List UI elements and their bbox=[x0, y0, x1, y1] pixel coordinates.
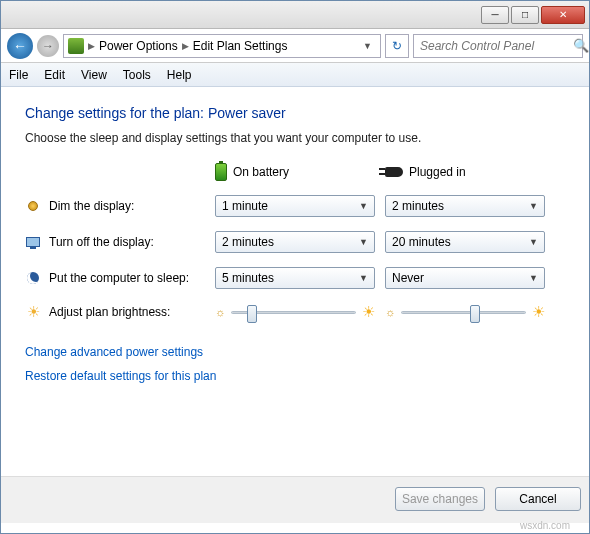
restore-defaults-link[interactable]: Restore default settings for this plan bbox=[25, 369, 565, 383]
plug-icon bbox=[385, 167, 403, 177]
chevron-down-icon: ▼ bbox=[529, 273, 538, 283]
column-label: On battery bbox=[233, 165, 289, 179]
sleep-battery-select[interactable]: 5 minutes ▼ bbox=[215, 267, 375, 289]
brightness-battery-slider[interactable]: ☼ ☀ bbox=[215, 303, 375, 321]
page-title: Change settings for the plan: Power save… bbox=[25, 105, 565, 121]
brightness-plugged-slider[interactable]: ☼ ☀ bbox=[385, 303, 545, 321]
title-bar: ─ □ ✕ bbox=[1, 1, 589, 29]
menu-bar: File Edit View Tools Help bbox=[1, 63, 589, 87]
setting-label: Dim the display: bbox=[49, 199, 134, 213]
slider-track[interactable] bbox=[231, 311, 356, 314]
footer: Save changes Cancel bbox=[1, 476, 589, 523]
select-value: 5 minutes bbox=[222, 271, 274, 285]
dim-battery-select[interactable]: 1 minute ▼ bbox=[215, 195, 375, 217]
page-subtitle: Choose the sleep and display settings th… bbox=[25, 131, 565, 145]
monitor-icon bbox=[26, 237, 40, 247]
setting-label: Turn off the display: bbox=[49, 235, 154, 249]
maximize-button[interactable]: □ bbox=[511, 6, 539, 24]
chevron-down-icon: ▼ bbox=[529, 237, 538, 247]
row-label-dim: Dim the display: bbox=[25, 198, 205, 214]
sleep-plugged-select[interactable]: Never ▼ bbox=[385, 267, 545, 289]
slider-thumb[interactable] bbox=[247, 305, 257, 323]
menu-view[interactable]: View bbox=[81, 68, 107, 82]
sun-high-icon: ☀ bbox=[362, 303, 375, 321]
control-panel-icon bbox=[68, 38, 84, 54]
refresh-button[interactable]: ↻ bbox=[385, 34, 409, 58]
chevron-down-icon: ▼ bbox=[529, 201, 538, 211]
slider-track[interactable] bbox=[401, 311, 526, 314]
breadcrumb-item[interactable]: Edit Plan Settings bbox=[193, 39, 288, 53]
menu-file[interactable]: File bbox=[9, 68, 28, 82]
breadcrumb-item[interactable]: Power Options bbox=[99, 39, 178, 53]
menu-tools[interactable]: Tools bbox=[123, 68, 151, 82]
dim-plugged-select[interactable]: 2 minutes ▼ bbox=[385, 195, 545, 217]
sun-icon: ☀ bbox=[25, 304, 41, 320]
search-input[interactable] bbox=[418, 38, 573, 54]
advanced-settings-link[interactable]: Change advanced power settings bbox=[25, 345, 565, 359]
setting-label: Adjust plan brightness: bbox=[49, 305, 170, 319]
back-button[interactable]: ← bbox=[7, 33, 33, 59]
minimize-button[interactable]: ─ bbox=[481, 6, 509, 24]
bullet-icon bbox=[28, 201, 38, 211]
chevron-down-icon[interactable]: ▼ bbox=[359, 41, 376, 51]
turnoff-battery-select[interactable]: 2 minutes ▼ bbox=[215, 231, 375, 253]
row-label-turnoff: Turn off the display: bbox=[25, 234, 205, 250]
column-header-plugged: Plugged in bbox=[385, 165, 545, 179]
chevron-down-icon: ▼ bbox=[359, 201, 368, 211]
search-box[interactable]: 🔍 bbox=[413, 34, 583, 58]
select-value: 2 minutes bbox=[392, 199, 444, 213]
moon-icon bbox=[27, 272, 39, 284]
forward-button[interactable]: → bbox=[37, 35, 59, 57]
sun-low-icon: ☼ bbox=[215, 306, 225, 318]
menu-help[interactable]: Help bbox=[167, 68, 192, 82]
select-value: 2 minutes bbox=[222, 235, 274, 249]
nav-bar: ← → ▶ Power Options ▶ Edit Plan Settings… bbox=[1, 29, 589, 63]
save-button[interactable]: Save changes bbox=[395, 487, 485, 511]
content-area: Change settings for the plan: Power save… bbox=[1, 87, 589, 533]
sun-high-icon: ☀ bbox=[532, 303, 545, 321]
window: ─ □ ✕ ← → ▶ Power Options ▶ Edit Plan Se… bbox=[0, 0, 590, 534]
battery-icon bbox=[215, 163, 227, 181]
chevron-down-icon: ▼ bbox=[359, 273, 368, 283]
cancel-button[interactable]: Cancel bbox=[495, 487, 581, 511]
column-header-battery: On battery bbox=[215, 163, 375, 181]
column-label: Plugged in bbox=[409, 165, 466, 179]
search-icon[interactable]: 🔍 bbox=[573, 38, 589, 53]
row-label-brightness: ☀ Adjust plan brightness: bbox=[25, 304, 205, 320]
close-button[interactable]: ✕ bbox=[541, 6, 585, 24]
chevron-down-icon: ▼ bbox=[359, 237, 368, 247]
select-value: 20 minutes bbox=[392, 235, 451, 249]
settings-grid: On battery Plugged in Dim the display: 1… bbox=[25, 163, 565, 321]
setting-label: Put the computer to sleep: bbox=[49, 271, 189, 285]
breadcrumb[interactable]: ▶ Power Options ▶ Edit Plan Settings ▼ bbox=[63, 34, 381, 58]
menu-edit[interactable]: Edit bbox=[44, 68, 65, 82]
sun-low-icon: ☼ bbox=[385, 306, 395, 318]
watermark: wsxdn.com bbox=[520, 520, 570, 531]
select-value: 1 minute bbox=[222, 199, 268, 213]
row-label-sleep: Put the computer to sleep: bbox=[25, 270, 205, 286]
slider-thumb[interactable] bbox=[470, 305, 480, 323]
select-value: Never bbox=[392, 271, 424, 285]
chevron-right-icon: ▶ bbox=[88, 41, 95, 51]
links-group: Change advanced power settings Restore d… bbox=[25, 345, 565, 383]
chevron-right-icon: ▶ bbox=[182, 41, 189, 51]
turnoff-plugged-select[interactable]: 20 minutes ▼ bbox=[385, 231, 545, 253]
